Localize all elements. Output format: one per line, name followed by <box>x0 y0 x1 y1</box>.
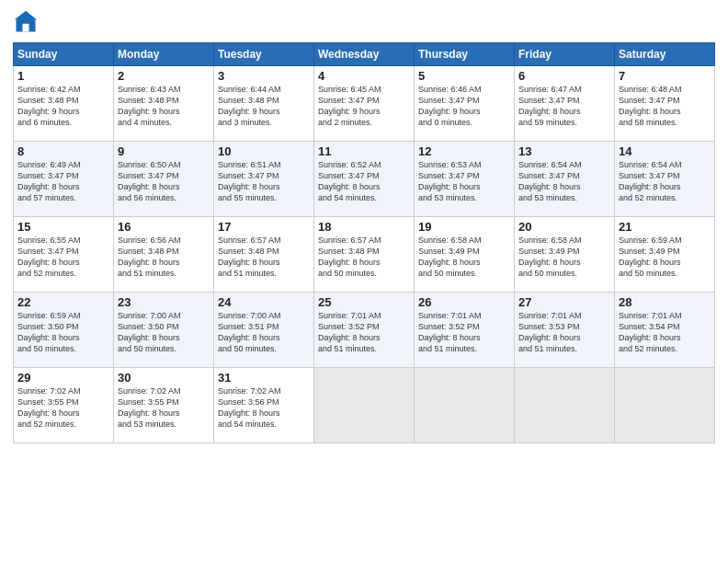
calendar-cell: 2Sunrise: 6:43 AM Sunset: 3:48 PM Daylig… <box>114 66 214 142</box>
cell-info: Sunrise: 6:44 AM Sunset: 3:48 PM Dayligh… <box>218 84 310 129</box>
day-number: 4 <box>318 69 410 83</box>
calendar-cell: 5Sunrise: 6:46 AM Sunset: 3:47 PM Daylig… <box>415 66 515 142</box>
cell-info: Sunrise: 6:56 AM Sunset: 3:48 PM Dayligh… <box>118 235 210 280</box>
cell-info: Sunrise: 7:02 AM Sunset: 3:55 PM Dayligh… <box>118 385 210 431</box>
header <box>13 9 715 35</box>
calendar-cell: 24Sunrise: 7:00 AM Sunset: 3:51 PM Dayli… <box>214 293 314 368</box>
cell-info: Sunrise: 6:53 AM Sunset: 3:47 PM Dayligh… <box>418 159 510 204</box>
cell-info: Sunrise: 6:54 AM Sunset: 3:47 PM Dayligh… <box>518 159 610 204</box>
col-header-thursday: Thursday <box>415 43 515 66</box>
cell-info: Sunrise: 6:51 AM Sunset: 3:47 PM Dayligh… <box>218 159 310 204</box>
main-container: SundayMondayTuesdayWednesdayThursdayFrid… <box>0 0 728 449</box>
day-number: 9 <box>118 144 210 158</box>
cell-info: Sunrise: 7:01 AM Sunset: 3:52 PM Dayligh… <box>418 310 510 355</box>
day-number: 12 <box>418 144 510 158</box>
week-row-1: 1Sunrise: 6:42 AM Sunset: 3:48 PM Daylig… <box>14 66 715 142</box>
calendar-cell: 25Sunrise: 7:01 AM Sunset: 3:52 PM Dayli… <box>314 293 415 368</box>
day-number: 18 <box>318 220 410 234</box>
day-number: 29 <box>17 371 109 385</box>
logo <box>13 9 42 35</box>
calendar-table: SundayMondayTuesdayWednesdayThursdayFrid… <box>13 42 715 443</box>
cell-info: Sunrise: 6:42 AM Sunset: 3:48 PM Dayligh… <box>17 84 109 129</box>
svg-rect-2 <box>23 24 29 32</box>
calendar-cell: 17Sunrise: 6:57 AM Sunset: 3:48 PM Dayli… <box>214 217 314 293</box>
day-number: 2 <box>118 69 210 83</box>
calendar-cell: 6Sunrise: 6:47 AM Sunset: 3:47 PM Daylig… <box>515 66 615 142</box>
cell-info: Sunrise: 6:59 AM Sunset: 3:50 PM Dayligh… <box>17 310 109 355</box>
cell-info: Sunrise: 6:45 AM Sunset: 3:47 PM Dayligh… <box>318 84 410 129</box>
calendar-cell: 27Sunrise: 7:01 AM Sunset: 3:53 PM Dayli… <box>515 293 615 368</box>
calendar-cell: 3Sunrise: 6:44 AM Sunset: 3:48 PM Daylig… <box>214 66 314 142</box>
calendar-cell: 12Sunrise: 6:53 AM Sunset: 3:47 PM Dayli… <box>415 142 515 217</box>
calendar-cell: 18Sunrise: 6:57 AM Sunset: 3:48 PM Dayli… <box>314 217 415 293</box>
cell-info: Sunrise: 6:58 AM Sunset: 3:49 PM Dayligh… <box>418 235 510 280</box>
cell-info: Sunrise: 7:00 AM Sunset: 3:50 PM Dayligh… <box>118 310 210 355</box>
day-number: 6 <box>518 69 610 83</box>
week-row-3: 15Sunrise: 6:55 AM Sunset: 3:47 PM Dayli… <box>14 217 715 293</box>
cell-info: Sunrise: 6:54 AM Sunset: 3:47 PM Dayligh… <box>619 159 711 204</box>
calendar-cell: 28Sunrise: 7:01 AM Sunset: 3:54 PM Dayli… <box>615 293 715 368</box>
cell-info: Sunrise: 6:57 AM Sunset: 3:48 PM Dayligh… <box>318 235 410 280</box>
day-number: 27 <box>518 295 610 309</box>
day-number: 28 <box>619 295 711 309</box>
cell-info: Sunrise: 6:46 AM Sunset: 3:47 PM Dayligh… <box>418 84 510 129</box>
calendar-cell: 31Sunrise: 7:02 AM Sunset: 3:56 PM Dayli… <box>214 368 314 443</box>
calendar-cell: 13Sunrise: 6:54 AM Sunset: 3:47 PM Dayli… <box>515 142 615 217</box>
day-number: 10 <box>218 144 310 158</box>
calendar-cell: 8Sunrise: 6:49 AM Sunset: 3:47 PM Daylig… <box>14 142 114 217</box>
cell-info: Sunrise: 6:59 AM Sunset: 3:49 PM Dayligh… <box>619 235 711 280</box>
header-row: SundayMondayTuesdayWednesdayThursdayFrid… <box>14 43 715 66</box>
day-number: 25 <box>318 295 410 309</box>
calendar-cell <box>515 368 615 443</box>
cell-info: Sunrise: 7:02 AM Sunset: 3:55 PM Dayligh… <box>17 385 109 431</box>
calendar-cell <box>615 368 715 443</box>
week-row-4: 22Sunrise: 6:59 AM Sunset: 3:50 PM Dayli… <box>14 293 715 368</box>
day-number: 7 <box>619 69 711 83</box>
day-number: 15 <box>17 220 109 234</box>
calendar-cell: 15Sunrise: 6:55 AM Sunset: 3:47 PM Dayli… <box>14 217 114 293</box>
cell-info: Sunrise: 6:57 AM Sunset: 3:48 PM Dayligh… <box>218 235 310 280</box>
day-number: 23 <box>118 295 210 309</box>
calendar-cell: 30Sunrise: 7:02 AM Sunset: 3:55 PM Dayli… <box>114 368 214 443</box>
col-header-friday: Friday <box>515 43 615 66</box>
cell-info: Sunrise: 7:01 AM Sunset: 3:52 PM Dayligh… <box>318 310 410 355</box>
calendar-cell: 1Sunrise: 6:42 AM Sunset: 3:48 PM Daylig… <box>14 66 114 142</box>
day-number: 5 <box>418 69 510 83</box>
calendar-cell: 7Sunrise: 6:48 AM Sunset: 3:47 PM Daylig… <box>615 66 715 142</box>
day-number: 19 <box>418 220 510 234</box>
day-number: 21 <box>619 220 711 234</box>
calendar-cell: 20Sunrise: 6:58 AM Sunset: 3:49 PM Dayli… <box>515 217 615 293</box>
col-header-wednesday: Wednesday <box>314 43 415 66</box>
calendar-cell: 29Sunrise: 7:02 AM Sunset: 3:55 PM Dayli… <box>14 368 114 443</box>
day-number: 11 <box>318 144 410 158</box>
calendar-cell: 26Sunrise: 7:01 AM Sunset: 3:52 PM Dayli… <box>415 293 515 368</box>
col-header-saturday: Saturday <box>615 43 715 66</box>
calendar-cell: 14Sunrise: 6:54 AM Sunset: 3:47 PM Dayli… <box>615 142 715 217</box>
day-number: 31 <box>218 371 310 385</box>
calendar-cell: 19Sunrise: 6:58 AM Sunset: 3:49 PM Dayli… <box>415 217 515 293</box>
day-number: 14 <box>619 144 711 158</box>
day-number: 3 <box>218 69 310 83</box>
calendar-cell: 11Sunrise: 6:52 AM Sunset: 3:47 PM Dayli… <box>314 142 415 217</box>
col-header-tuesday: Tuesday <box>214 43 314 66</box>
calendar-cell: 10Sunrise: 6:51 AM Sunset: 3:47 PM Dayli… <box>214 142 314 217</box>
calendar-cell <box>415 368 515 443</box>
cell-info: Sunrise: 6:43 AM Sunset: 3:48 PM Dayligh… <box>118 84 210 129</box>
day-number: 16 <box>118 220 210 234</box>
logo-icon <box>13 9 39 35</box>
day-number: 1 <box>17 69 109 83</box>
week-row-5: 29Sunrise: 7:02 AM Sunset: 3:55 PM Dayli… <box>14 368 715 443</box>
calendar-cell: 16Sunrise: 6:56 AM Sunset: 3:48 PM Dayli… <box>114 217 214 293</box>
col-header-sunday: Sunday <box>14 43 114 66</box>
calendar-cell: 4Sunrise: 6:45 AM Sunset: 3:47 PM Daylig… <box>314 66 415 142</box>
calendar-cell: 21Sunrise: 6:59 AM Sunset: 3:49 PM Dayli… <box>615 217 715 293</box>
cell-info: Sunrise: 7:01 AM Sunset: 3:54 PM Dayligh… <box>619 310 711 355</box>
cell-info: Sunrise: 7:02 AM Sunset: 3:56 PM Dayligh… <box>218 385 310 431</box>
calendar-cell: 22Sunrise: 6:59 AM Sunset: 3:50 PM Dayli… <box>14 293 114 368</box>
cell-info: Sunrise: 7:01 AM Sunset: 3:53 PM Dayligh… <box>518 310 610 355</box>
col-header-monday: Monday <box>114 43 214 66</box>
cell-info: Sunrise: 7:00 AM Sunset: 3:51 PM Dayligh… <box>218 310 310 355</box>
cell-info: Sunrise: 6:55 AM Sunset: 3:47 PM Dayligh… <box>17 235 109 280</box>
cell-info: Sunrise: 6:58 AM Sunset: 3:49 PM Dayligh… <box>518 235 610 280</box>
cell-info: Sunrise: 6:49 AM Sunset: 3:47 PM Dayligh… <box>17 159 109 204</box>
